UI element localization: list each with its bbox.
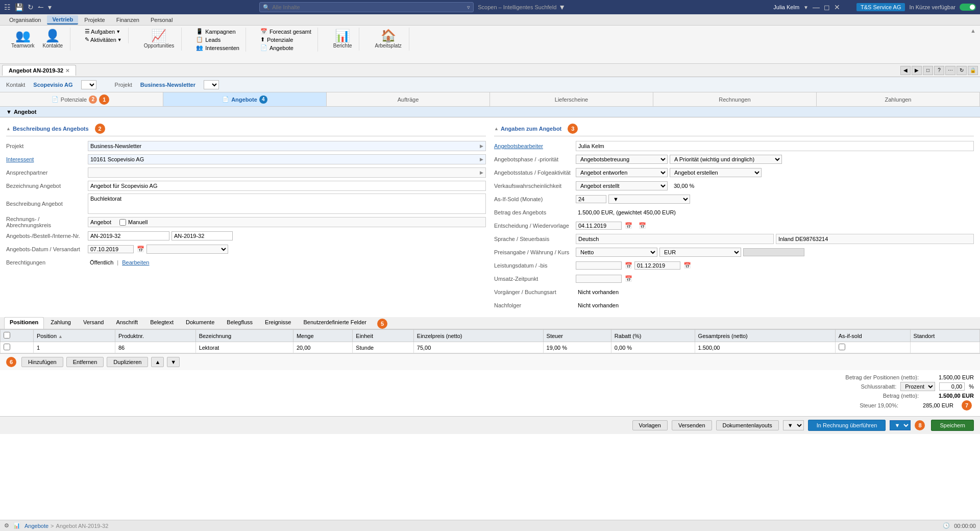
window-minimize-icon[interactable]: — — [813, 3, 820, 11]
row-produktnr[interactable]: 86 — [115, 342, 196, 353]
hinzufuegen-button[interactable]: Hinzufügen — [21, 357, 63, 367]
tab-help-button[interactable]: ? — [934, 66, 944, 75]
ribbon-collapse-icon[interactable]: ▲ — [970, 28, 976, 34]
row-einheit[interactable]: Stunde — [353, 342, 414, 353]
dokumentenlayouts-dropdown[interactable]: ▼ — [783, 420, 804, 430]
status-select[interactable]: Angebot entworfen — [576, 168, 668, 177]
teamwork-button[interactable]: 👥 Teamwork — [8, 28, 38, 51]
menu-finanzen[interactable]: Finanzen — [111, 16, 144, 24]
tab-refresh-button[interactable]: ↻ — [957, 66, 967, 75]
pipeline-zahlungen[interactable]: Zahlungen — [817, 92, 980, 106]
as-if-sold-input[interactable] — [576, 195, 606, 203]
pipeline-rechnungen[interactable]: Rechnungen — [653, 92, 817, 106]
angebote-button[interactable]: 📄 Angebote — [258, 44, 313, 52]
pos-tab-versand[interactable]: Versand — [78, 317, 109, 329]
vorlagen-button[interactable]: Vorlagen — [632, 420, 668, 430]
search-dropdown-icon[interactable]: ▼ — [558, 3, 566, 11]
aktivitaeten-button[interactable]: ✎ Aktivitäten ▼ — [83, 36, 124, 43]
menu-projekte[interactable]: Projekte — [79, 16, 110, 24]
move-up-button[interactable]: ▲ — [151, 357, 164, 367]
tab-next-button[interactable]: ▶ — [912, 66, 922, 75]
available-toggle[interactable] — [960, 4, 976, 11]
save-icon[interactable]: 💾 — [15, 3, 23, 11]
pos-tab-belegfluss[interactable]: Belegfluss — [221, 317, 258, 329]
col-position[interactable]: Position ▲ — [33, 330, 115, 342]
pos-tab-anschrift[interactable]: Anschrift — [110, 317, 143, 329]
menu-organisation[interactable]: Organisation — [4, 16, 46, 24]
user-name[interactable]: Julia Kelm — [773, 4, 799, 10]
kontakt-dropdown[interactable] — [81, 80, 96, 89]
row-select-checkbox[interactable] — [4, 344, 10, 350]
pipeline-auftraege[interactable]: Aufträge — [327, 92, 490, 106]
umsatz-calendar-icon[interactable]: 📅 — [625, 275, 632, 282]
row-menge[interactable]: 20,00 — [293, 342, 352, 353]
dokumentenlayouts-button[interactable]: Dokumentenlayouts — [716, 420, 779, 430]
entfernen-button[interactable]: Entfernen — [66, 357, 104, 367]
kampagnen-button[interactable]: 📱 Kampagnen — [194, 28, 241, 35]
pos-tab-belegtext[interactable]: Belegtext — [144, 317, 179, 329]
entscheidung-input[interactable] — [576, 222, 622, 230]
arbeitsplatz-button[interactable]: 🏠 Arbeitsplatz — [372, 28, 404, 51]
folge-select[interactable]: Angebot erstellen — [670, 168, 762, 177]
angebotsnr-input2[interactable] — [172, 231, 233, 240]
bezeichnung-value[interactable]: Angebot für Scopevisio AG — [88, 181, 486, 191]
prioritaet-select[interactable]: A Priorität (wichtig und dringlich) — [670, 155, 782, 164]
row-rabatt[interactable]: 0,00 % — [611, 342, 695, 353]
versandart-select[interactable] — [146, 245, 228, 254]
forecast-button[interactable]: 📅 Forecast gesamt — [258, 28, 313, 35]
user-dropdown-icon[interactable]: ▼ — [803, 5, 808, 10]
wahrscheinlichkeit-select[interactable]: Angebot erstellt — [576, 181, 668, 190]
tab-lock-button[interactable]: 🔒 — [968, 66, 978, 75]
bearbeiter-value[interactable]: Julia Kelm — [576, 141, 974, 151]
as-if-sold-select[interactable]: ▼ — [608, 195, 690, 204]
menu-vertrieb[interactable]: Vertrieb — [47, 15, 78, 25]
undo-icon[interactable]: ↻ — [28, 3, 34, 11]
phase-select[interactable]: Angebotsbetreuung — [576, 155, 668, 164]
projekt-dropdown[interactable] — [204, 80, 219, 89]
pos-tab-positionen[interactable]: Positionen — [4, 317, 44, 329]
pipeline-angebote[interactable]: 📄 Angebote 4 — [163, 92, 327, 106]
interessenten-button[interactable]: 👥 Interessenten — [194, 44, 241, 52]
tab-angebot[interactable]: Angebot AN-2019-32 ✕ — [2, 65, 76, 76]
angebot-collapse-icon[interactable]: ▼ — [6, 109, 12, 115]
in-rechnung-dropdown[interactable]: ▼ — [890, 420, 911, 430]
pos-tab-dokumente[interactable]: Dokumente — [180, 317, 220, 329]
redo-icon[interactable]: ↼ — [38, 3, 44, 11]
duplizieren-button[interactable]: Duplizieren — [107, 357, 148, 367]
pos-tab-zahlung[interactable]: Zahlung — [45, 317, 77, 329]
interessent-field-label[interactable]: Interessent — [6, 156, 88, 162]
pos-tab-ereignisse[interactable]: Ereignisse — [259, 317, 297, 329]
waehrung-select[interactable]: EUR — [659, 248, 741, 257]
umsatz-input[interactable] — [576, 275, 622, 283]
projekt-field-value[interactable]: Business-Newsletter — [88, 141, 486, 151]
leistungsdatum-bis-input[interactable] — [634, 261, 680, 270]
row-gesamtpreis[interactable]: 1.500,00 — [695, 342, 835, 353]
schlussrabatt-type-select[interactable]: Prozent — [900, 382, 935, 391]
berichte-button[interactable]: 📊 Berichte — [330, 28, 355, 51]
row-bezeichnung[interactable]: Lektorat — [195, 342, 293, 353]
preisangabe-select[interactable]: Netto — [576, 248, 657, 257]
leads-button[interactable]: 📋 Leads — [194, 36, 241, 43]
datum-input[interactable] — [88, 245, 134, 253]
tab-copy-button[interactable]: □ — [923, 66, 933, 75]
search-bar[interactable]: 🔍 ▿ — [259, 2, 474, 12]
tab-close-button[interactable]: ✕ — [65, 68, 69, 74]
row-einzelpreis[interactable]: 75,00 — [413, 342, 543, 353]
kontakt-value[interactable]: Scopevisio AG — [33, 82, 72, 88]
select-all-checkbox[interactable] — [4, 332, 10, 339]
wiedervorlage-calendar-icon[interactable]: 📅 — [639, 222, 646, 229]
pos-tab-benutzerdefinierte[interactable]: Benutzerdefinierte Felder — [298, 317, 372, 329]
dropdown-icon[interactable]: ▾ — [48, 3, 52, 11]
window-restore-icon[interactable]: ◻ — [824, 3, 830, 11]
versenden-button[interactable]: Versenden — [672, 420, 712, 430]
in-rechnung-button[interactable]: In Rechnung überführen — [808, 420, 886, 431]
tab-ellipsis-button[interactable]: ⋯ — [945, 66, 955, 75]
kontakte-button[interactable]: 👤 Kontakte — [40, 28, 66, 51]
as-if-sold-checkbox[interactable] — [839, 344, 845, 350]
leistungsdatum-input[interactable] — [576, 261, 622, 270]
move-down-button[interactable]: ▼ — [167, 357, 180, 367]
window-close-icon[interactable]: ✕ — [834, 3, 840, 11]
pipeline-lieferscheine[interactable]: Lieferscheine — [490, 92, 653, 106]
manuell-checkbox[interactable] — [119, 219, 126, 226]
kurs-input[interactable] — [743, 248, 804, 256]
